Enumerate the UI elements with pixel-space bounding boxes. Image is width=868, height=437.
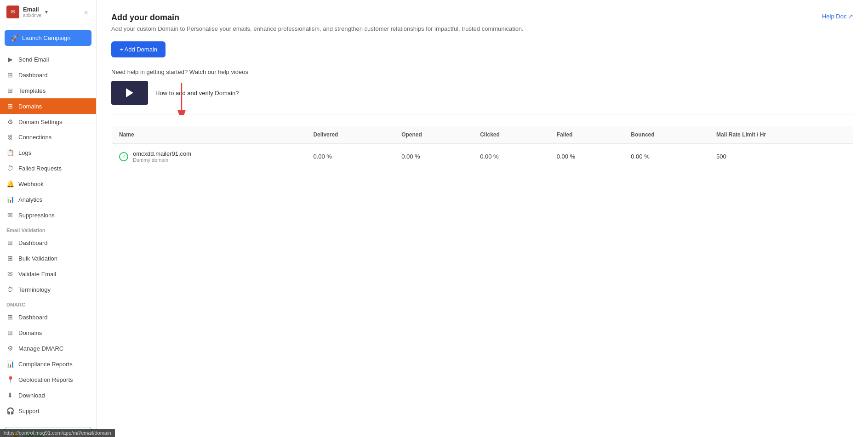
sidebar-item-dashboard[interactable]: ⊞ Dashboard xyxy=(0,67,96,83)
sidebar-item-failed-requests[interactable]: ⏱ Failed Requests xyxy=(0,160,96,176)
sidebar-item-label: Dashboard xyxy=(18,239,48,246)
brand-icon: ✉ xyxy=(6,6,19,18)
sidebar-item-terminology[interactable]: ⏱ Terminology xyxy=(0,282,96,297)
sidebar-item-label: Webhook xyxy=(18,181,44,187)
add-domain-button[interactable]: + Add Domain xyxy=(111,41,166,57)
sidebar-item-label: Connections xyxy=(18,134,51,141)
launch-campaign-label: Launch Campaign xyxy=(22,34,71,41)
domains-table: Name Delivered Opened Clicked Failed Bou… xyxy=(111,125,853,170)
sidebar-collapse-button[interactable]: « xyxy=(82,6,90,17)
play-icon xyxy=(126,88,133,97)
sidebar: ✉ Email apixdrive ▾ « 🚀 Launch Campaign … xyxy=(0,0,97,437)
help-title: Need help in getting started? Watch our … xyxy=(111,68,853,75)
domains-icon: ⊞ xyxy=(6,102,14,110)
send-email-icon: ▶ xyxy=(6,56,14,63)
page-title: Add your domain xyxy=(111,13,853,23)
sidebar-item-download[interactable]: ⬇ Download xyxy=(0,387,96,403)
sidebar-item-bulk-validation[interactable]: ⊞ Bulk Validation xyxy=(0,250,96,266)
col-opened: Opened xyxy=(394,126,473,144)
sidebar-item-label: Geolocation Reports xyxy=(18,376,73,383)
sidebar-item-label: Download xyxy=(18,392,45,399)
col-failed: Failed xyxy=(549,126,624,144)
delivered-cell: 0.00 % xyxy=(306,144,394,170)
col-delivered: Delivered xyxy=(306,126,394,144)
validate-email-icon: ✉ xyxy=(6,270,14,278)
opened-cell: 0.00 % xyxy=(394,144,473,170)
templates-icon: ⊞ xyxy=(6,87,14,94)
sidebar-item-label: Domains xyxy=(18,103,42,110)
help-doc-link[interactable]: Help Doc ↗ xyxy=(822,13,853,20)
table-row: ✓ omcxdd.mailer91.com Dummy domain 0.00 … xyxy=(112,144,853,170)
page-subtitle: Add your custom Domain to Personalise yo… xyxy=(111,25,853,32)
compliance-reports-icon: 📊 xyxy=(6,360,14,368)
launch-campaign-icon: 🚀 xyxy=(11,34,18,41)
failed-cell: 0.00 % xyxy=(549,144,624,170)
sidebar-item-manage-dmarc[interactable]: ⚙ Manage DMARC xyxy=(0,341,96,356)
sidebar-item-connections[interactable]: ⛓ Connections xyxy=(0,130,96,145)
geolocation-reports-icon: 📍 xyxy=(6,376,14,383)
help-section: Need help in getting started? Watch our … xyxy=(111,68,853,105)
bounced-cell: 0.00 % xyxy=(623,144,709,170)
sidebar-item-geolocation-reports[interactable]: 📍 Geolocation Reports xyxy=(0,372,96,387)
sidebar-item-dmarc-domains[interactable]: ⊞ Domains xyxy=(0,325,96,341)
failed-requests-icon: ⏱ xyxy=(6,165,14,172)
sidebar-item-label: Analytics xyxy=(18,196,42,203)
email-validation-section-label: Email Validation xyxy=(0,223,96,235)
col-clicked: Clicked xyxy=(473,126,549,144)
ev-dashboard-icon: ⊞ xyxy=(6,239,14,246)
support-icon: 🎧 xyxy=(6,407,14,414)
sidebar-item-support[interactable]: 🎧 Support xyxy=(0,403,96,419)
clicked-cell: 0.00 % xyxy=(473,144,549,170)
sidebar-item-send-email[interactable]: ▶ Send Email xyxy=(0,51,96,67)
domain-name-cell: ✓ omcxdd.mailer91.com Dummy domain xyxy=(112,144,306,170)
col-bounced: Bounced xyxy=(623,126,709,144)
nav-email-validation: ⊞ Dashboard ⊞ Bulk Validation ✉ Validate… xyxy=(0,235,96,297)
sidebar-item-label: Send Email xyxy=(18,56,49,63)
terminology-icon: ⏱ xyxy=(6,286,14,293)
sidebar-item-domains[interactable]: ⊞ Domains xyxy=(0,98,96,114)
video-label: How to add and verify Domain? xyxy=(155,90,239,96)
domain-settings-icon: ⚙ xyxy=(6,118,14,125)
domain-dummy-label: Dummy domain xyxy=(133,157,191,163)
manage-dmarc-icon: ⚙ xyxy=(6,345,14,352)
sidebar-item-label: Validate Email xyxy=(18,271,56,278)
sidebar-item-validate-email[interactable]: ✉ Validate Email xyxy=(0,266,96,282)
dashboard-icon: ⊞ xyxy=(6,71,14,79)
sidebar-item-label: Dashboard xyxy=(18,314,48,321)
dmarc-domains-icon: ⊞ xyxy=(6,329,14,336)
sidebar-item-webhook[interactable]: 🔔 Webhook xyxy=(0,176,96,192)
analytics-icon: 📊 xyxy=(6,196,14,203)
sidebar-item-label: Suppressions xyxy=(18,212,55,219)
verified-icon: ✓ xyxy=(119,152,128,161)
sidebar-item-label: Templates xyxy=(18,87,46,94)
nav-dmarc: ⊞ Dashboard ⊞ Domains ⚙ Manage DMARC 📊 C… xyxy=(0,309,96,419)
help-video-row: How to add and verify Domain? xyxy=(111,81,853,105)
sidebar-item-suppressions[interactable]: ✉ Suppressions xyxy=(0,207,96,223)
status-url: https://control.msg91.com/app/m/l/email/… xyxy=(4,430,111,436)
sidebar-item-analytics[interactable]: 📊 Analytics xyxy=(0,192,96,207)
sidebar-item-label: Dashboard xyxy=(18,72,48,79)
sidebar-item-templates[interactable]: ⊞ Templates xyxy=(0,83,96,98)
video-thumbnail[interactable] xyxy=(111,81,148,105)
download-icon: ⬇ xyxy=(6,392,14,399)
brand-dropdown-icon[interactable]: ▾ xyxy=(45,9,48,15)
dmarc-dashboard-icon: ⊞ xyxy=(6,313,14,321)
domain-name: omcxdd.mailer91.com xyxy=(133,150,191,157)
col-mail-rate: Mail Rate Limit / Hr xyxy=(709,126,853,144)
status-bar: https://control.msg91.com/app/m/l/email/… xyxy=(0,429,115,437)
sidebar-item-domain-settings[interactable]: ⚙ Domain Settings xyxy=(0,114,96,130)
sidebar-item-label: Domain Settings xyxy=(18,119,62,125)
brand-title: Email xyxy=(23,6,41,13)
launch-campaign-button[interactable]: 🚀 Launch Campaign xyxy=(5,30,91,46)
sidebar-item-label: Support xyxy=(18,408,40,414)
sidebar-header: ✉ Email apixdrive ▾ « xyxy=(0,0,96,24)
sidebar-item-logs[interactable]: 📋 Logs xyxy=(0,145,96,160)
webhook-icon: 🔔 xyxy=(6,180,14,187)
logs-icon: 📋 xyxy=(6,149,14,156)
sidebar-item-compliance-reports[interactable]: 📊 Compliance Reports xyxy=(0,356,96,372)
sidebar-item-ev-dashboard[interactable]: ⊞ Dashboard xyxy=(0,235,96,250)
mail-rate-cell: 500 xyxy=(709,144,853,170)
col-name: Name xyxy=(112,126,306,144)
sidebar-item-dmarc-dashboard[interactable]: ⊞ Dashboard xyxy=(0,309,96,325)
brand-subtitle: apixdrive xyxy=(23,13,41,18)
